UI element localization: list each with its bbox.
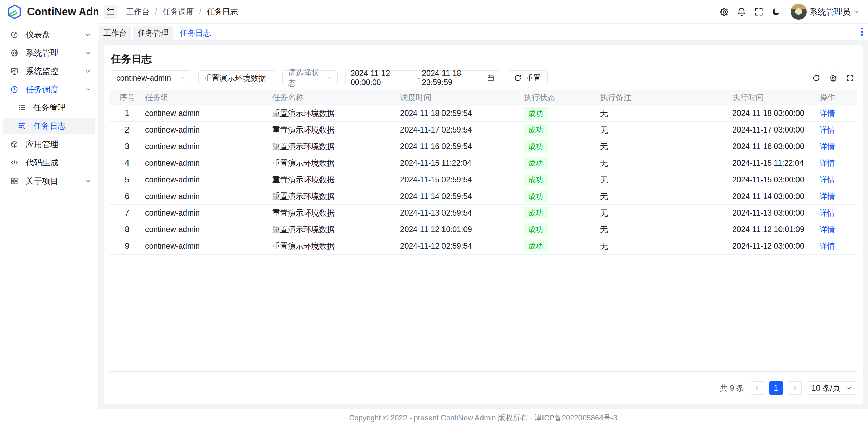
cell-schedule-time: 2024-11-15 02:59:54 <box>400 175 524 184</box>
task-name-input[interactable]: 重置演示环境数据 <box>198 70 275 85</box>
detail-link[interactable]: 详情 <box>820 109 835 118</box>
cell-no: 4 <box>109 159 145 168</box>
sidebar-item-label: 任务管理 <box>33 102 66 113</box>
detail-link[interactable]: 详情 <box>820 242 835 250</box>
status-badge: 成功 <box>524 207 548 219</box>
cell-operation: 详情 <box>819 141 857 152</box>
cell-task-name: 重置演示环境数据 <box>272 125 400 135</box>
sidebar-item-code-generation[interactable]: 代码生成 <box>3 155 95 171</box>
chevron-down-icon <box>846 385 852 391</box>
sidebar-collapse-button[interactable] <box>104 5 117 19</box>
task-group-select[interactable]: continew-admin <box>111 70 191 85</box>
avatar <box>791 4 807 20</box>
table-empty-space <box>109 255 857 372</box>
monitor-icon <box>10 67 18 75</box>
cell-task-group: continew-admin <box>145 125 272 135</box>
table-fullscreen-button[interactable] <box>843 71 857 85</box>
user-menu[interactable]: 系统管理员 <box>789 4 859 20</box>
cell-schedule-time: 2024-11-13 02:59:54 <box>400 208 524 218</box>
breadcrumb-task-schedule[interactable]: 任务调度 <box>162 6 194 17</box>
table-row: 8 continew-admin 重置演示环境数据 2024-11-12 10:… <box>109 221 857 238</box>
cell-exec-time: 2024-11-12 03:00:00 <box>732 242 819 251</box>
column-settings-button[interactable] <box>826 71 840 85</box>
breadcrumb-workbench[interactable]: 工作台 <box>126 6 150 17</box>
status-badge: 成功 <box>524 124 548 136</box>
clock-icon <box>10 85 18 94</box>
cell-no: 5 <box>109 175 145 184</box>
sidebar-item-label: 关于项目 <box>26 176 58 186</box>
sidebar-item-system-monitor[interactable]: 系统监控 <box>3 63 95 79</box>
breadcrumb-separator: / <box>199 7 201 16</box>
table-row: 2 continew-admin 重置演示环境数据 2024-11-17 02:… <box>109 122 857 138</box>
sidebar-item-task-management[interactable]: 任务管理 <box>3 100 95 116</box>
cell-exec-time: 2024-11-18 03:00:00 <box>732 109 819 118</box>
cell-no: 3 <box>109 142 145 151</box>
page-size-select[interactable]: 10 条/页 <box>807 381 857 395</box>
copyright-text: Copyright © 2022 - present ContiNew Admi… <box>349 413 617 423</box>
sidebar-item-system-management[interactable]: 系统管理 <box>3 45 95 61</box>
detail-link[interactable]: 详情 <box>820 142 835 151</box>
refresh-button[interactable] <box>809 71 823 85</box>
status-badge: 成功 <box>524 190 548 203</box>
detail-link[interactable]: 详情 <box>820 208 835 217</box>
gear-icon <box>10 49 18 57</box>
sidebar-item-label: 仪表盘 <box>26 29 50 40</box>
detail-link[interactable]: 详情 <box>820 159 835 167</box>
cell-status: 成功 <box>524 124 600 136</box>
pagination: 共 9 条 1 10 条/页 <box>109 381 857 395</box>
status-badge: 成功 <box>524 223 548 236</box>
chevron-down-icon <box>327 75 332 81</box>
calendar-icon <box>487 74 495 82</box>
cell-exec-note: 无 <box>600 125 732 135</box>
detail-link[interactable]: 详情 <box>820 225 835 234</box>
tab-task-log[interactable]: 任务日志 <box>175 26 215 40</box>
sidebar-item-app-management[interactable]: 应用管理 <box>3 136 95 153</box>
pagination-prev-button[interactable] <box>751 381 764 395</box>
chevron-down-icon <box>180 75 185 81</box>
status-placeholder: 请选择状态 <box>288 67 327 88</box>
cell-operation: 详情 <box>819 191 857 202</box>
tab-workbench[interactable]: 工作台 <box>99 26 131 40</box>
cell-exec-time: 2024-11-17 03:00:00 <box>732 125 819 135</box>
tab-options-dots-icon[interactable] <box>859 26 865 38</box>
code-icon <box>10 159 18 167</box>
cell-schedule-time: 2024-11-12 02:59:54 <box>400 242 524 251</box>
chevron-down-icon <box>85 32 91 38</box>
cell-status: 成功 <box>524 140 600 153</box>
chevron-down-icon <box>853 9 859 15</box>
detail-link[interactable]: 详情 <box>820 175 835 184</box>
table-row: 4 continew-admin 重置演示环境数据 2024-11-15 11:… <box>109 155 857 171</box>
cell-task-name: 重置演示环境数据 <box>272 108 400 119</box>
pagination-next-button[interactable] <box>788 381 802 395</box>
task-log-card: 任务日志 continew-admin 重置演示环境数据 请选择状态 <box>104 45 863 404</box>
detail-link[interactable]: 详情 <box>820 125 835 134</box>
table-toolbar <box>809 71 857 85</box>
reset-button[interactable]: 重置 <box>508 70 548 85</box>
sidebar-item-dashboard[interactable]: 仪表盘 <box>3 26 95 43</box>
notification-bell-icon[interactable] <box>737 7 746 17</box>
sidebar-item-task-log[interactable]: 任务日志 <box>3 118 95 134</box>
table-header-row: 序号 任务组 任务名称 调度时间 执行状态 执行备注 执行时间 操作 <box>109 90 857 105</box>
sidebar-item-label: 任务日志 <box>33 121 66 131</box>
sidebar-item-task-schedule[interactable]: 任务调度 <box>3 81 95 98</box>
tab-task-management[interactable]: 任务管理 <box>133 26 173 40</box>
table-row: 1 continew-admin 重置演示环境数据 2024-11-18 02:… <box>109 105 857 122</box>
content-area: 任务日志 continew-admin 重置演示环境数据 请选择状态 <box>98 40 868 409</box>
cell-status: 成功 <box>524 174 600 186</box>
cell-task-group: continew-admin <box>145 142 272 151</box>
cell-task-group: continew-admin <box>145 192 272 201</box>
sidebar-item-about-project[interactable]: 关于项目 <box>3 173 95 189</box>
sidebar-item-label: 应用管理 <box>26 139 58 150</box>
dark-mode-moon-icon[interactable] <box>771 7 781 17</box>
detail-link[interactable]: 详情 <box>820 192 835 201</box>
task-name-value: 重置演示环境数据 <box>204 73 266 83</box>
settings-icon[interactable] <box>719 7 729 17</box>
fullscreen-icon[interactable] <box>754 7 764 17</box>
date-range-picker[interactable]: 2024-11-12 00:00:00 - 2024-11-18 23:59:5… <box>345 70 500 85</box>
pagination-page-1[interactable]: 1 <box>769 381 783 395</box>
status-select[interactable]: 请选择状态 <box>282 70 338 85</box>
status-badge: 成功 <box>524 157 548 169</box>
logo[interactable]: ContiNew Admin <box>0 0 98 24</box>
table-row: 9 continew-admin 重置演示环境数据 2024-11-12 02:… <box>109 238 857 255</box>
dashboard-icon <box>10 31 18 39</box>
